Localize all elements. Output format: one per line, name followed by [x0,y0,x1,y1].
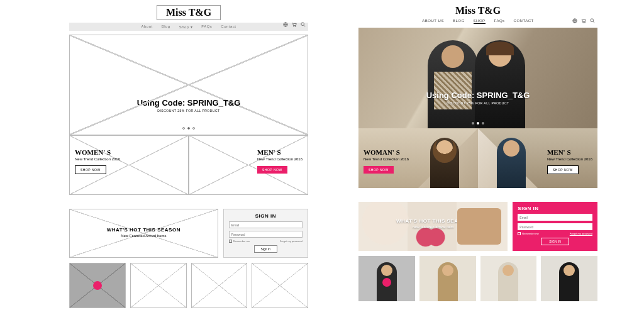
category-title: MEN' S [547,148,592,156]
brand-logo: Miss T&G [358,5,597,16]
product-thumbs [69,263,308,308]
email-field[interactable] [229,221,303,228]
nav-about[interactable]: ABOUT US [422,19,444,24]
product-thumbs [358,256,597,301]
category-men[interactable]: MEN' S New Trend Collection 2016 SHOP NO… [189,135,308,195]
svg-point-1 [294,26,294,26]
forgot-password-link[interactable]: Forgot my password [280,240,303,243]
svg-point-2 [295,26,296,26]
product-thumb[interactable] [541,256,597,301]
product-thumb[interactable] [419,256,476,301]
nav-faqs[interactable]: FAQs [201,25,212,29]
carousel-dot[interactable] [482,122,484,125]
checkbox-icon[interactable] [229,240,232,243]
hero-model-1 [428,40,478,128]
nav-about[interactable]: About [141,25,152,29]
product-thumb[interactable] [69,263,126,308]
remember-me[interactable]: Remember me [229,240,250,243]
promo-code: Using Code: SPRING_T&G [358,91,597,100]
carousel-dot[interactable] [182,127,185,130]
carousel-dots [358,122,597,125]
category-sub: New Trend Collection 2016 [257,157,303,162]
carousel-dots [70,127,308,130]
sale-badge-icon [93,281,102,290]
carousel-dot[interactable] [192,127,195,130]
brand-logo: Miss T&G [157,5,221,20]
hot-sub: new featured arrival item [358,225,508,229]
nav-faqs[interactable]: FAQs [494,19,505,24]
signin-button[interactable]: Sign In [254,245,278,253]
cart-icon[interactable] [292,22,297,27]
category-men[interactable]: MEN' S New Trend Collection 2016 SHOP NO… [478,128,597,188]
signin-panel: SIGN IN Remember me Forgot my password S… [223,209,308,258]
hero-banner[interactable]: Using Code: SPRING_T&G DISCOUNT 25% FOR … [358,28,597,128]
nav-contact[interactable]: Contact [221,25,236,29]
hot-sub: New Featured Arrival Items [70,234,218,238]
product-thumb[interactable] [358,256,415,301]
product-thumb[interactable] [130,263,187,308]
signin-button[interactable]: SIGN IN [541,238,569,245]
search-icon[interactable] [301,22,306,27]
promo-code: Using Code: SPRING_T&G [70,98,308,108]
top-nav: About Blog Shop ▾ FAQs Contact [69,23,308,31]
product-thumb[interactable] [191,263,248,308]
carousel-dot[interactable] [472,122,474,125]
hot-title: WHAT'S HOT THIS SEASON [70,227,218,233]
svg-point-6 [584,22,585,23]
nav-shop[interactable]: Shop ▾ [179,25,193,29]
category-sub: New Trend Collection 2016 [547,157,592,162]
category-title: WOMAN' S [364,148,409,156]
category-title: MEN' S [257,148,303,156]
svg-point-3 [301,23,304,26]
shop-now-button[interactable]: SHOP NOW [257,166,287,174]
product-thumb[interactable] [252,263,308,308]
nav-shop[interactable]: SHOP [474,19,486,24]
shop-now-button[interactable]: SHOP NOW [547,165,579,174]
search-icon[interactable] [590,18,595,23]
password-field[interactable] [518,223,592,230]
svg-point-7 [591,19,594,22]
model-icon [497,138,526,188]
hero-banner[interactable]: Using Code: SPRING_T&G DISCOUNT 25% FOR … [69,35,308,135]
signin-title: SIGN IN [518,206,592,211]
hot-season-banner[interactable]: WHAT'S HOT THIS SEASON New Featured Arri… [69,209,218,258]
category-sub: New Trend Collection 2016 [75,157,120,162]
checkbox-icon[interactable] [518,232,521,235]
category-sub: New Trend Collection 2016 [364,157,409,162]
category-title: WOMEN' S [75,148,120,156]
hot-season-banner[interactable]: WHAT'S HOT THIS SEASON new featured arri… [358,202,508,251]
signin-title: SIGN IN [229,213,303,219]
globe-icon[interactable] [572,18,577,23]
signin-panel: SIGN IN Remember me Forgot my password S… [513,202,597,251]
password-field[interactable] [229,231,303,238]
shop-now-button[interactable]: SHOP NOW [75,165,106,174]
category-women[interactable]: WOMAN' S New Trend Collection 2016 SHOP … [358,128,478,188]
email-field[interactable] [518,214,592,221]
nav-blog[interactable]: Blog [162,25,170,29]
wireframe-view: Miss T&G About Blog Shop ▾ FAQs Contact … [69,5,308,308]
category-women[interactable]: WOMEN' S New Trend Collection 2016 SHOP … [69,135,189,195]
sale-badge-icon [382,278,391,287]
model-icon [430,138,459,188]
promo-subtext: DISCOUNT 25% FOR ALL PRODUCT [70,109,308,113]
top-nav: ABOUT US BLOG SHOP FAQs CONTACT [358,19,597,24]
shop-now-button[interactable]: SHOP NOW [364,166,394,174]
nav-blog[interactable]: BLOG [453,19,465,24]
remember-me[interactable]: Remember me [518,232,538,235]
forgot-password-link[interactable]: Forgot my password [570,232,592,235]
hero-model-2 [475,40,525,128]
globe-icon[interactable] [283,22,288,27]
carousel-dot-active[interactable] [477,122,479,125]
promo-subtext: DISCOUNT 25% FOR ALL PRODUCT [358,101,597,105]
svg-point-5 [583,22,584,23]
hot-title: WHAT'S HOT THIS SEASON [358,218,508,224]
mockup-view: Miss T&G ABOUT US BLOG SHOP FAQs CONTACT… [358,5,597,301]
nav-contact[interactable]: CONTACT [514,19,534,24]
cart-icon[interactable] [581,18,586,23]
carousel-dot-active[interactable] [187,127,190,130]
product-thumb[interactable] [480,256,537,301]
